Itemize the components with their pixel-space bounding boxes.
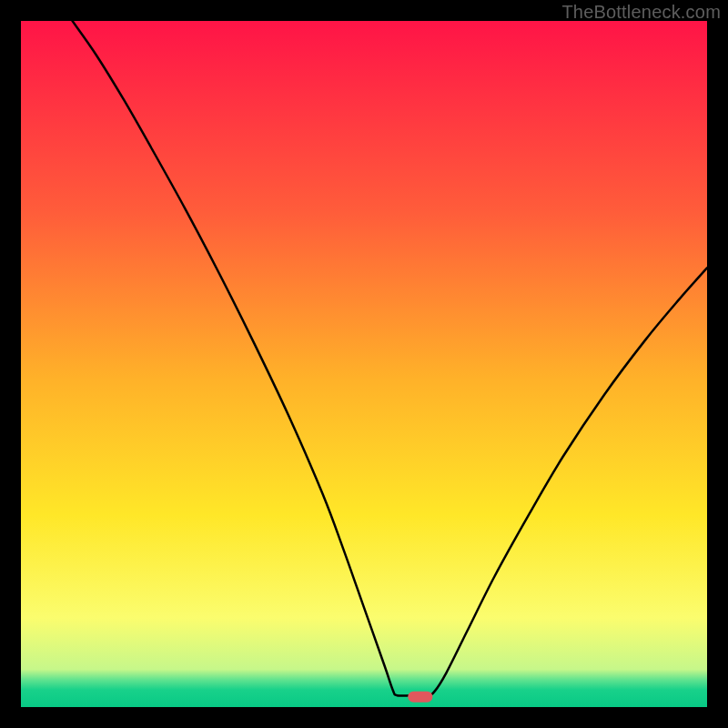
- plot-area: [21, 21, 707, 707]
- watermark-text: TheBottleneck.com: [561, 2, 721, 23]
- gradient-background: [21, 21, 707, 707]
- chart-container: TheBottleneck.com: [0, 0, 728, 728]
- chart-svg: [21, 21, 707, 707]
- curve-marker: [408, 692, 432, 703]
